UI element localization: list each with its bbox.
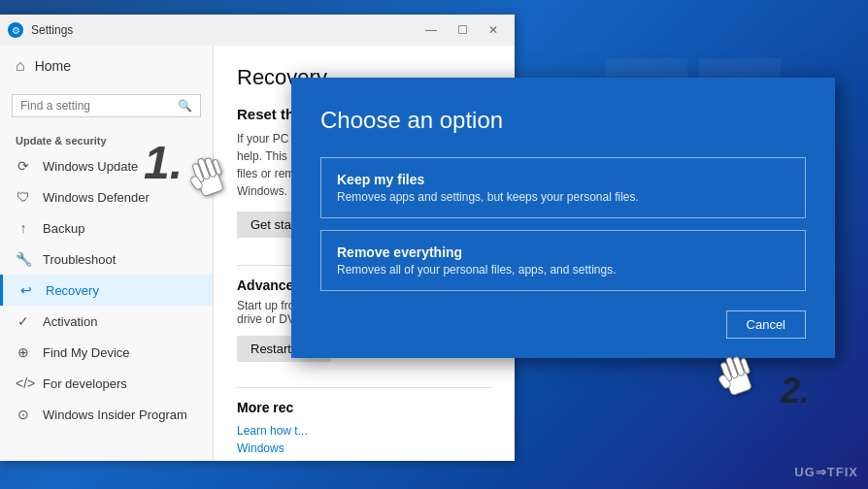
sidebar-item-label: Activation (43, 314, 97, 329)
settings-app-icon: ⚙ (8, 22, 23, 38)
shield-icon: 🛡 (16, 189, 31, 205)
sidebar-item-troubleshoot[interactable]: 🔧 Troubleshoot (0, 244, 213, 275)
backup-icon: ↑ (16, 220, 31, 236)
developer-icon: </> (16, 375, 31, 391)
remove-everything-button[interactable]: Remove everything Removes all of your pe… (320, 230, 806, 291)
activation-icon: ✓ (16, 313, 31, 329)
titlebar-left: ⚙ Settings (8, 22, 73, 38)
keep-files-label: Keep my files (337, 172, 789, 187)
windows-update-icon: ⟳ (16, 158, 31, 174)
watermark: UG⇒TFIX (794, 465, 858, 479)
keep-files-desc: Removes apps and settings, but keeps you… (337, 190, 789, 204)
sidebar-item-label: Recovery (46, 283, 99, 298)
home-icon: ⌂ (16, 57, 25, 75)
close-button[interactable]: ✕ (480, 20, 507, 40)
remove-everything-desc: Removes all of your personal files, apps… (337, 263, 789, 277)
divider-2 (237, 387, 491, 388)
sidebar-item-label: Windows Defender (43, 190, 150, 205)
choose-dialog-title: Choose an option (320, 107, 806, 134)
sidebar-home[interactable]: ⌂ Home (0, 46, 213, 86)
more-recovery-title: More rec (237, 400, 491, 415)
sidebar-item-label: For developers (43, 376, 127, 391)
sidebar-item-label: Find My Device (43, 345, 130, 360)
sidebar-item-for-developers[interactable]: </> For developers (0, 368, 213, 399)
cancel-button[interactable]: Cancel (726, 310, 806, 339)
wrench-icon: 🔧 (16, 251, 31, 267)
sidebar: ⌂ Home 🔍 Update & security ⟳ Windows Upd… (0, 46, 214, 461)
sidebar-item-recovery[interactable]: ↩ Recovery (0, 275, 213, 306)
sidebar-item-windows-insider[interactable]: ⊙ Windows Insider Program (0, 399, 213, 430)
maximize-button[interactable]: ☐ (449, 20, 476, 40)
sidebar-item-activation[interactable]: ✓ Activation (0, 306, 213, 337)
find-device-icon: ⊕ (16, 344, 31, 360)
minimize-button[interactable]: — (417, 20, 445, 40)
keep-my-files-button[interactable]: Keep my files Removes apps and settings,… (320, 157, 806, 218)
remove-everything-label: Remove everything (337, 244, 789, 260)
cancel-row: Cancel (320, 310, 806, 339)
search-box[interactable]: 🔍 (12, 94, 201, 117)
titlebar-title: Settings (31, 23, 73, 37)
sidebar-item-backup[interactable]: ↑ Backup (0, 212, 213, 244)
search-input[interactable] (20, 99, 178, 113)
sidebar-item-label: Windows Insider Program (43, 408, 187, 422)
search-icon: 🔍 (178, 99, 192, 113)
choose-option-dialog: Choose an option Keep my files Removes a… (291, 78, 835, 358)
insider-icon: ⊙ (16, 407, 31, 422)
sidebar-item-label: Backup (43, 221, 84, 236)
step-1-label: 1. (144, 136, 183, 189)
sidebar-item-find-my-device[interactable]: ⊕ Find My Device (0, 337, 213, 368)
sidebar-home-label: Home (35, 58, 71, 74)
titlebar-controls: — ☐ ✕ (417, 20, 507, 40)
sidebar-item-label: Troubleshoot (43, 252, 116, 267)
sidebar-item-label: Windows Update (43, 159, 138, 174)
learn-how-link[interactable]: Learn how t...Windows (237, 424, 308, 455)
recovery-icon: ↩ (18, 282, 34, 298)
step-2-label: 2. (781, 371, 810, 411)
titlebar: ⚙ Settings — ☐ ✕ (0, 15, 515, 46)
